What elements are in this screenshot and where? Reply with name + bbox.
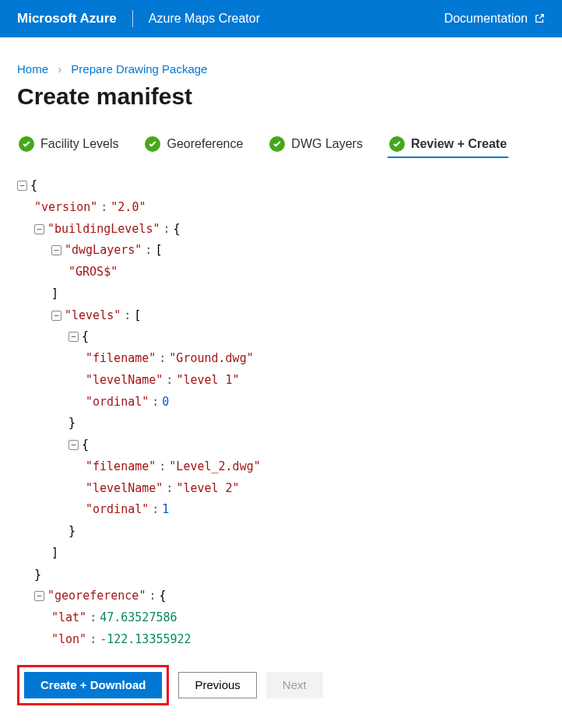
json-key: "lat" xyxy=(51,610,86,624)
collapse-icon[interactable]: − xyxy=(51,245,61,255)
check-icon xyxy=(19,136,34,152)
collapse-icon[interactable]: − xyxy=(17,181,27,191)
product-label: Azure Maps Creator xyxy=(149,12,260,26)
external-link-icon xyxy=(534,13,545,24)
collapse-icon[interactable]: − xyxy=(34,224,44,234)
step-label: Facility Levels xyxy=(40,137,118,151)
breadcrumb-package[interactable]: Prepare Drawing Package xyxy=(71,62,207,76)
header-divider xyxy=(132,10,133,27)
top-header: Microsoft Azure Azure Maps Creator Docum… xyxy=(0,0,562,37)
json-preview: −{ "version":"2.0" −"buildingLevels":{ −… xyxy=(17,175,545,659)
json-key: "ordinal" xyxy=(86,395,149,409)
check-icon xyxy=(389,136,405,152)
breadcrumb-home[interactable]: Home xyxy=(17,62,48,76)
json-key: "buildingLevels" xyxy=(47,222,160,236)
json-value: "2.0" xyxy=(111,200,146,214)
step-label: DWG Layers xyxy=(291,137,363,151)
json-key: "georeference" xyxy=(47,589,146,603)
json-key: "levels" xyxy=(65,308,121,322)
json-value: "GROS$" xyxy=(68,265,118,279)
documentation-label: Documentation xyxy=(444,12,528,26)
json-value: "Ground.dwg" xyxy=(169,351,253,365)
collapse-icon[interactable]: − xyxy=(68,332,79,342)
json-key: "dwgLayers" xyxy=(65,243,142,257)
check-icon xyxy=(145,136,160,152)
collapse-icon[interactable]: − xyxy=(51,311,61,321)
json-value: 0 xyxy=(162,395,169,409)
next-button: Next xyxy=(266,672,323,698)
step-facility-levels[interactable]: Facility Levels xyxy=(17,132,120,158)
highlight-annotation: Create + Download xyxy=(17,665,169,705)
chevron-right-icon: › xyxy=(58,62,61,76)
collapse-icon[interactable]: − xyxy=(68,440,79,450)
step-label: Georeference xyxy=(167,137,243,151)
step-dwg-layers[interactable]: DWG Layers xyxy=(268,132,364,158)
documentation-link[interactable]: Documentation xyxy=(444,12,545,26)
wizard-steps: Facility Levels Georeference DWG Layers … xyxy=(17,132,545,158)
json-key: "filename" xyxy=(86,351,156,365)
json-key: "version" xyxy=(34,200,97,214)
json-key: "lon" xyxy=(51,632,86,646)
main-content: Home › Prepare Drawing Package Create ma… xyxy=(0,37,562,659)
json-value: "level 1" xyxy=(176,373,239,387)
page-title: Create manifest xyxy=(17,83,545,110)
step-label: Review + Create xyxy=(411,137,507,151)
footer-actions: Create + Download Previous Next xyxy=(0,659,562,716)
collapse-icon[interactable]: − xyxy=(34,591,44,601)
json-value: "Level_2.dwg" xyxy=(169,459,260,473)
step-georeference[interactable]: Georeference xyxy=(143,132,244,158)
step-review-create[interactable]: Review + Create xyxy=(388,132,508,158)
json-key: "levelName" xyxy=(86,373,163,387)
create-download-button[interactable]: Create + Download xyxy=(24,672,162,698)
json-value: -122.13355922 xyxy=(100,632,191,646)
check-icon xyxy=(269,136,285,152)
json-key: "ordinal" xyxy=(86,502,149,516)
previous-button[interactable]: Previous xyxy=(178,672,256,698)
json-value: 1 xyxy=(162,502,169,516)
breadcrumb: Home › Prepare Drawing Package xyxy=(17,62,545,76)
json-value: 47.63527586 xyxy=(100,610,177,624)
brand-label: Microsoft Azure xyxy=(17,11,117,26)
json-key: "levelName" xyxy=(86,481,163,495)
json-value: "level 2" xyxy=(176,481,239,495)
json-key: "filename" xyxy=(86,459,156,473)
